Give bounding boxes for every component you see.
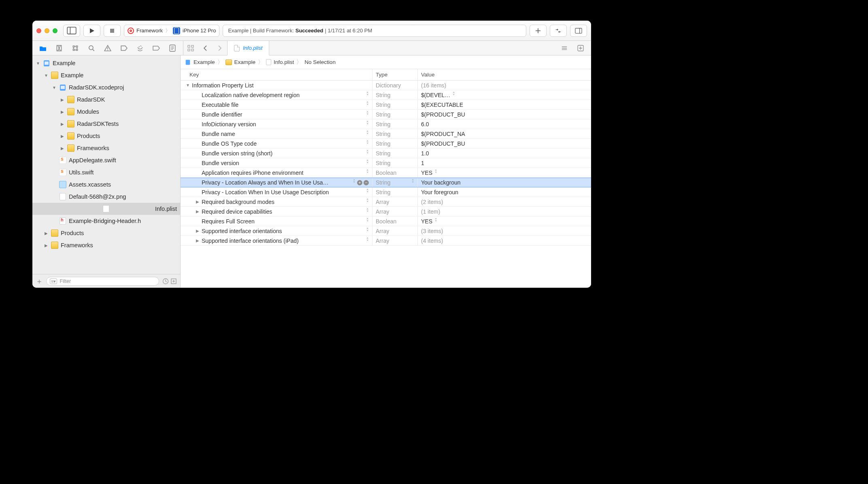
tree-item[interactable]: Info.plist — [32, 203, 180, 215]
plist-row[interactable]: Privacy - Location When In Use Usage Des… — [181, 187, 591, 197]
stepper-icon[interactable]: ˄˅ — [366, 103, 369, 107]
issue-tab[interactable] — [100, 41, 116, 55]
add-editor-button[interactable] — [573, 41, 588, 55]
symbol-tab[interactable] — [67, 41, 83, 55]
stepper-icon[interactable]: ˄˅ — [453, 93, 455, 97]
search-tab[interactable] — [83, 41, 100, 55]
editor-tab[interactable]: Info.plist — [227, 41, 269, 55]
tree-item[interactable]: Example-Bridging-Header.h — [32, 215, 180, 227]
tree-item[interactable]: Assets.xcassets — [32, 178, 180, 191]
disclosure-triangle[interactable] — [60, 122, 65, 126]
plist-row[interactable]: Supported interface orientations˄˅Array(… — [181, 226, 591, 236]
plist-row[interactable]: Bundle version string (short)˄˅String1.0 — [181, 149, 591, 158]
plist-row[interactable]: Application requires iPhone environment˄… — [181, 168, 591, 178]
stepper-icon[interactable]: ˄˅ — [412, 180, 414, 185]
plist-row[interactable]: Executable file˄˅String$(EXECUTABLE — [181, 100, 591, 110]
add-row-icon[interactable]: + — [357, 180, 362, 185]
stepper-icon[interactable]: ˄˅ — [435, 219, 437, 223]
stepper-icon[interactable]: ˄˅ — [353, 180, 355, 185]
row-disclosure[interactable] — [195, 229, 200, 233]
run-button[interactable] — [83, 25, 100, 37]
tree-item[interactable]: Utils.swift — [32, 166, 180, 178]
tree-item[interactable]: Products — [32, 130, 180, 142]
stop-button[interactable] — [104, 25, 121, 37]
plist-row[interactable]: Privacy - Location Always and When In Us… — [181, 178, 591, 187]
remove-row-icon[interactable]: − — [364, 180, 369, 185]
library-button[interactable] — [530, 25, 547, 37]
disclosure-triangle[interactable] — [44, 73, 49, 78]
tree-item[interactable]: Example — [32, 69, 180, 81]
scm-filter-icon[interactable] — [170, 278, 177, 284]
plist-row[interactable]: Bundle version˄˅String1 — [181, 158, 591, 168]
stepper-icon[interactable]: ˄˅ — [366, 219, 369, 223]
plist-row[interactable]: Required background modes˄˅Array(2 items… — [181, 197, 591, 207]
tree-item[interactable]: Default-568h@2x.png — [32, 191, 180, 203]
stepper-icon[interactable]: ˄˅ — [435, 171, 437, 175]
stepper-icon[interactable]: ˄˅ — [366, 93, 369, 97]
debug-tab[interactable] — [132, 41, 148, 55]
disclosure-triangle[interactable] — [60, 146, 65, 151]
stepper-icon[interactable]: ˄˅ — [366, 210, 369, 214]
minimize-window[interactable] — [45, 28, 49, 33]
plist-row[interactable]: InfoDictionary version˄˅String6.0 — [181, 119, 591, 129]
row-disclosure[interactable] — [195, 209, 200, 214]
activity-status[interactable]: Example | Build Framework: Succeeded | 1… — [223, 25, 526, 37]
plist-row[interactable]: Required device capabilities˄˅Array(1 it… — [181, 207, 591, 217]
tree-item[interactable]: Frameworks — [32, 239, 180, 251]
scheme-selector[interactable]: Framework 〉 iPhone 12 Pro — [124, 25, 219, 37]
toggle-left-panel-button[interactable] — [63, 25, 80, 37]
tree-item[interactable]: RadarSDK — [32, 93, 180, 106]
editor-options-button[interactable] — [557, 41, 572, 55]
code-review-button[interactable] — [550, 25, 567, 37]
disclosure-triangle[interactable] — [60, 134, 65, 138]
row-disclosure[interactable] — [195, 200, 200, 204]
tree-item[interactable]: Products — [32, 227, 180, 239]
stepper-icon[interactable]: ˄˅ — [366, 200, 369, 204]
stepper-icon[interactable]: ˄˅ — [366, 229, 369, 233]
stepper-icon[interactable]: ˄˅ — [366, 151, 369, 155]
plist-row[interactable]: Bundle identifier˄˅String$(PRODUCT_BU — [181, 110, 591, 119]
disclosure-triangle[interactable] — [44, 231, 49, 236]
plist-row[interactable]: Localization native development region˄˅… — [181, 90, 591, 100]
disclosure-triangle[interactable] — [52, 85, 57, 90]
tree-item[interactable]: Example — [32, 57, 180, 69]
plist-row[interactable]: Bundle name˄˅String$(PRODUCT_NA — [181, 129, 591, 139]
tree-item[interactable]: AppDelegate.swift — [32, 154, 180, 166]
tree-item[interactable]: RadarSDK.xcodeproj — [32, 81, 180, 93]
plist-row[interactable]: Requires Full Screen˄˅BooleanYES˄˅ — [181, 217, 591, 226]
filter-field[interactable]: ≡▾ Filter — [46, 277, 159, 286]
stepper-icon[interactable]: ˄˅ — [366, 122, 369, 126]
tree-item[interactable]: Frameworks — [32, 142, 180, 154]
toggle-right-panel-button[interactable] — [570, 25, 587, 37]
related-items-button[interactable] — [183, 41, 198, 55]
disclosure-triangle[interactable] — [60, 110, 65, 114]
disclosure-triangle[interactable] — [44, 243, 49, 248]
zoom-window[interactable] — [53, 28, 57, 33]
navigator-folder-tab[interactable] — [35, 41, 51, 55]
stepper-icon[interactable]: ˄˅ — [366, 132, 369, 136]
stepper-icon[interactable]: ˄˅ — [366, 171, 369, 175]
close-window[interactable] — [36, 28, 41, 33]
disclosure-triangle[interactable] — [60, 98, 65, 102]
back-button[interactable] — [198, 41, 213, 55]
source-control-tab[interactable] — [51, 41, 67, 55]
add-remove-buttons[interactable]: +− — [357, 180, 369, 185]
tag-tab[interactable] — [148, 41, 164, 55]
row-disclosure[interactable] — [195, 238, 200, 243]
add-file-button[interactable]: ＋ — [36, 276, 43, 286]
recent-filter-icon[interactable] — [162, 278, 169, 284]
plist-row[interactable]: Supported interface orientations (iPad)˄… — [181, 236, 591, 246]
stepper-icon[interactable]: ˄˅ — [366, 113, 369, 117]
breakpoint-tab[interactable] — [116, 41, 132, 55]
stepper-icon[interactable]: ˄˅ — [366, 190, 369, 194]
stepper-icon[interactable]: ˄˅ — [366, 142, 369, 146]
tree-item[interactable]: RadarSDKTests — [32, 118, 180, 130]
jump-bar[interactable]: Example 〉 Example 〉 Info.plist 〉 No Sele… — [181, 55, 591, 69]
stepper-icon[interactable]: ˄˅ — [366, 161, 369, 165]
tree-item[interactable]: Modules — [32, 106, 180, 118]
report-tab[interactable] — [164, 41, 181, 55]
plist-row[interactable]: Bundle OS Type code˄˅String$(PRODUCT_BU — [181, 139, 591, 149]
disclosure-triangle[interactable] — [36, 61, 40, 66]
row-disclosure[interactable] — [185, 83, 190, 87]
stepper-icon[interactable]: ˄˅ — [366, 239, 369, 243]
